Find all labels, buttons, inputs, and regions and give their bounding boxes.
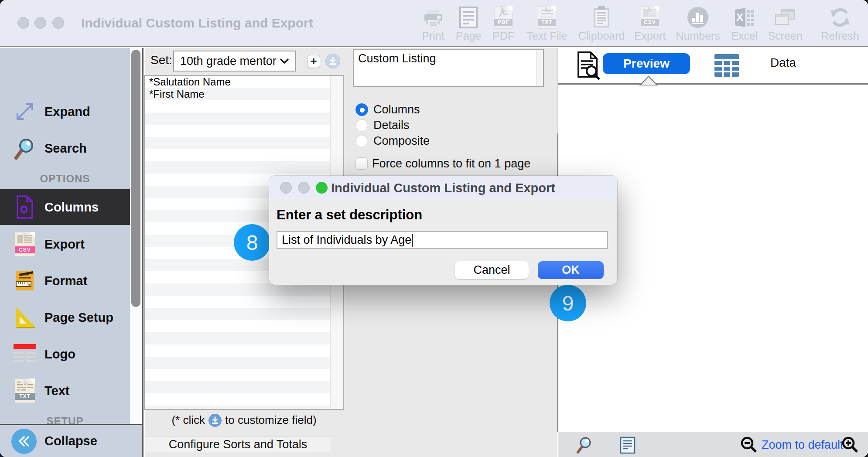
preview-bottom-bar: Zoom to default	[558, 432, 868, 457]
window-minimize-button[interactable]	[34, 17, 46, 29]
dialog-title: Individual Custom Listing and Export	[269, 181, 617, 195]
sidebar: Expand Search OPTIONS Columns CSV Export	[0, 48, 144, 457]
columns-gear-icon	[11, 194, 38, 220]
window-title: Individual Custom Listing and Export	[81, 16, 313, 31]
sidebar-collapse-button[interactable]: Collapse	[0, 424, 142, 457]
set-description-dialog: Individual Custom Listing and Export Ent…	[269, 176, 617, 285]
sidebar-options-header: OPTIONS	[0, 173, 130, 185]
zoom-in-icon[interactable]	[841, 436, 859, 456]
zoom-to-default-link[interactable]: Zoom to default	[762, 438, 844, 452]
txt-file-icon: TXT	[11, 378, 38, 403]
sidebar-item-search[interactable]: Search	[0, 132, 130, 165]
refresh-icon	[829, 4, 851, 29]
field-list-item[interactable]: *Salutation Name	[145, 76, 328, 88]
ok-button[interactable]: OK	[538, 261, 604, 279]
tab-notch-icon	[639, 75, 658, 87]
sidebar-scrollbar[interactable]	[130, 48, 142, 424]
add-set-button[interactable]: +	[307, 55, 320, 68]
window-close-button[interactable]	[17, 17, 29, 29]
csv-file-icon: CSV	[641, 4, 659, 29]
window-titlebar: Individual Custom Listing and Export Pri…	[0, 0, 868, 47]
expand-arrows-icon	[11, 99, 38, 124]
toolbar-screen-button[interactable]: Screen	[755, 4, 816, 42]
clipboard-icon	[591, 4, 612, 29]
zoom-out-icon[interactable]	[740, 436, 758, 456]
search-icon	[11, 136, 38, 161]
radio-composite[interactable]: Composite	[355, 133, 430, 148]
force-fit-checkbox[interactable]: Force columns to fit on 1 page	[355, 156, 530, 171]
custom-listing-textarea[interactable]: Custom Listing	[353, 49, 544, 87]
sidebar-item-format[interactable]: Format	[0, 263, 130, 298]
tab-preview[interactable]: Preview	[603, 53, 690, 74]
sidebar-item-text[interactable]: TXT Text	[0, 373, 130, 408]
data-table-icon	[714, 53, 740, 79]
field-list-item[interactable]: *First Name	[145, 88, 328, 100]
format-pencil-icon	[11, 268, 38, 293]
step-badge-9: 9	[550, 285, 586, 321]
radio-details[interactable]: Details	[355, 118, 410, 133]
set-label: Set:	[150, 53, 172, 67]
toolbar-text-file-button[interactable]: TXT Text File	[516, 4, 578, 42]
sidebar-item-export[interactable]: CSV Export	[0, 227, 130, 262]
configure-sorts-button[interactable]: Configure Sorts and Totals	[145, 437, 331, 452]
panel-divider-top	[557, 48, 558, 133]
report-list-icon[interactable]	[619, 437, 636, 456]
dialog-titlebar: Individual Custom Listing and Export	[269, 176, 617, 199]
set-description-input[interactable]: List of Individuals by Age	[277, 231, 608, 249]
sidebar-scrollbar-thumb[interactable]	[131, 50, 140, 307]
toolbar-refresh-button[interactable]: Refresh	[810, 4, 868, 42]
preview-header: Preview Data	[558, 48, 868, 85]
screen-windows-icon	[774, 4, 796, 29]
pdf-file-icon: PDF	[494, 4, 513, 29]
radio-icon	[355, 135, 368, 147]
dialog-prompt: Enter a set description	[277, 207, 422, 223]
cancel-button[interactable]: Cancel	[455, 261, 529, 279]
sidebar-item-page-setup[interactable]: Page Setup	[0, 300, 130, 335]
custom-listing-scrollbar[interactable]	[536, 50, 543, 86]
radio-icon	[355, 119, 368, 132]
customize-field-button-disabled	[325, 54, 340, 68]
tab-data[interactable]: Data	[770, 56, 796, 70]
collapse-chevrons-icon	[11, 429, 37, 454]
txt-file-icon: TXT	[538, 4, 556, 29]
customize-field-icon	[208, 414, 222, 427]
svg-text:X: X	[736, 11, 743, 23]
magnifier-tool-icon[interactable]	[576, 436, 593, 456]
app-window: Individual Custom Listing and Export Pri…	[0, 0, 868, 457]
radio-selected-icon	[355, 103, 368, 116]
chevron-down-icon	[280, 58, 289, 64]
numbers-chart-icon	[687, 4, 709, 29]
excel-icon: X	[733, 4, 756, 29]
window-zoom-button[interactable]	[52, 17, 64, 29]
preview-document-icon	[574, 51, 601, 83]
sidebar-item-logo[interactable]: Logo	[0, 337, 130, 372]
set-select-dropdown[interactable]: 10th grade mentor	[173, 51, 296, 72]
logo-icon	[11, 341, 38, 367]
customize-field-hint: (* click to customize field)	[144, 413, 344, 427]
csv-file-icon: CSV	[11, 232, 38, 257]
checkbox-icon	[355, 157, 368, 170]
step-badge-8: 8	[234, 224, 270, 261]
radio-columns[interactable]: Columns	[355, 102, 420, 117]
sidebar-item-columns[interactable]: Columns	[0, 189, 130, 225]
sidebar-item-expand[interactable]: Expand	[0, 97, 130, 126]
set-square-icon	[11, 305, 38, 330]
text-caret	[412, 234, 413, 247]
